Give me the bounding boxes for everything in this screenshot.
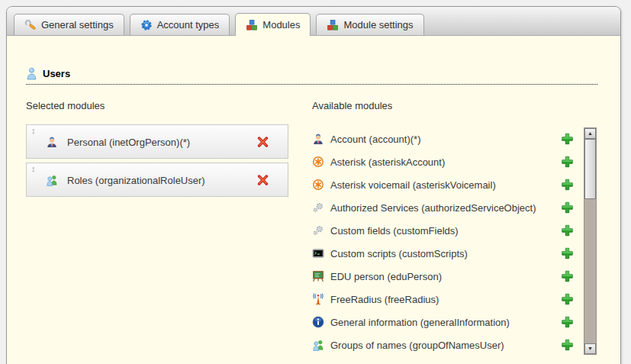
selected-modules-list: ↕Personal (inetOrgPerson)(*)↕Roles (orga… [26,124,288,201]
group-icon [312,339,324,351]
available-modules-list: Account (account)(*)Asterisk (asteriskAc… [312,127,574,356]
available-module-label: Groups of names (groupOfNamesUser) [330,340,504,351]
add-icon[interactable] [561,156,574,169]
available-module-row: Asterisk (asteriskAccount) [312,150,574,173]
tab-modules[interactable]: Modules [235,13,311,36]
modules-icon [327,19,339,31]
chalkboard-icon [312,270,324,282]
selected-modules-label: Selected modules [26,100,105,111]
available-module-row: Asterisk voicemail (asteriskVoicemail) [312,173,574,196]
scroll-up-icon[interactable]: ▲ [584,128,596,139]
asterisk-icon [312,179,324,191]
move-icon[interactable]: ↕ [31,164,36,173]
scroll-down-icon[interactable]: ▼ [584,343,596,354]
available-module-row: FreeRadius (freeRadius) [312,288,574,311]
available-module-row: Authorized Services (authorizedServiceOb… [312,196,574,219]
move-icon[interactable]: ↕ [31,126,36,135]
add-icon[interactable] [561,293,574,306]
tab-label: Account types [157,19,220,31]
add-icon[interactable] [561,247,574,260]
add-icon[interactable] [561,316,574,329]
person-icon [312,133,324,145]
available-module-row: General information (generalInformation) [312,311,574,333]
add-icon[interactable] [561,339,574,352]
config-panel: General settingsAccount typesModulesModu… [6,6,621,364]
available-module-label: Asterisk voicemail (asteriskVoicemail) [330,179,496,191]
user-icon [26,67,37,80]
available-module-row: Account (account)(*) [312,127,574,150]
available-module-label: Asterisk (asteriskAccount) [330,156,445,168]
available-module-row: Custom scripts (customScripts) [312,242,574,265]
available-module-label: Custom fields (customFields) [330,225,459,237]
available-modules-scrollbar[interactable]: ▲ ▼ [584,127,597,355]
selected-module-row[interactable]: ↕Personal (inetOrgPerson)(*) [26,124,288,159]
available-module-row: Groups of names (groupOfNamesUser) [312,333,574,356]
add-icon[interactable] [561,179,574,192]
available-module-label: FreeRadius (freeRadius) [330,294,439,305]
available-module-row: Custom fields (customFields) [312,219,574,242]
available-module-label: EDU person (eduPerson) [330,271,442,282]
group-icon [46,174,58,186]
selected-module-label: Roles (organizationalRoleUser) [67,174,205,185]
tab-general-settings[interactable]: General settings [14,14,124,35]
available-module-label: Custom scripts (customScripts) [330,248,468,259]
antenna-icon [312,293,324,305]
gears-icon [312,224,324,237]
add-icon[interactable] [561,201,574,214]
available-module-label: General information (generalInformation) [330,317,510,328]
tab-label: Module settings [343,19,413,31]
tab-module-settings[interactable]: Module settings [316,14,423,35]
cog-icon [140,19,153,31]
gears-icon [312,201,324,214]
delete-icon[interactable] [256,135,269,148]
wrench-icon [24,19,37,31]
person-icon [46,136,58,148]
asterisk-icon [312,156,324,168]
page: General settingsAccount typesModulesModu… [0,0,631,364]
add-icon[interactable] [561,224,574,237]
available-modules-label: Available modules [312,100,392,111]
add-icon[interactable] [561,133,574,146]
selected-module-label: Personal (inetOrgPerson)(*) [67,136,190,147]
tab-bar: General settingsAccount typesModulesModu… [7,7,620,36]
terminal-icon [312,247,324,259]
add-icon[interactable] [561,270,574,283]
tab-label: General settings [41,19,114,31]
scrollbar-thumb[interactable] [584,139,596,199]
available-module-label: Account (account)(*) [330,134,421,145]
available-module-label: Authorized Services (authorizedServiceOb… [330,202,536,214]
section-title: Users [43,68,70,79]
delete-icon[interactable] [256,173,269,186]
modules-icon [246,19,258,31]
selected-module-row[interactable]: ↕Roles (organizationalRoleUser) [26,163,288,197]
users-section-heading: Users [26,67,597,85]
available-module-row: EDU person (eduPerson) [312,265,574,288]
tab-label: Modules [262,19,300,31]
info-icon [312,316,324,328]
tab-account-types[interactable]: Account types [130,14,230,35]
